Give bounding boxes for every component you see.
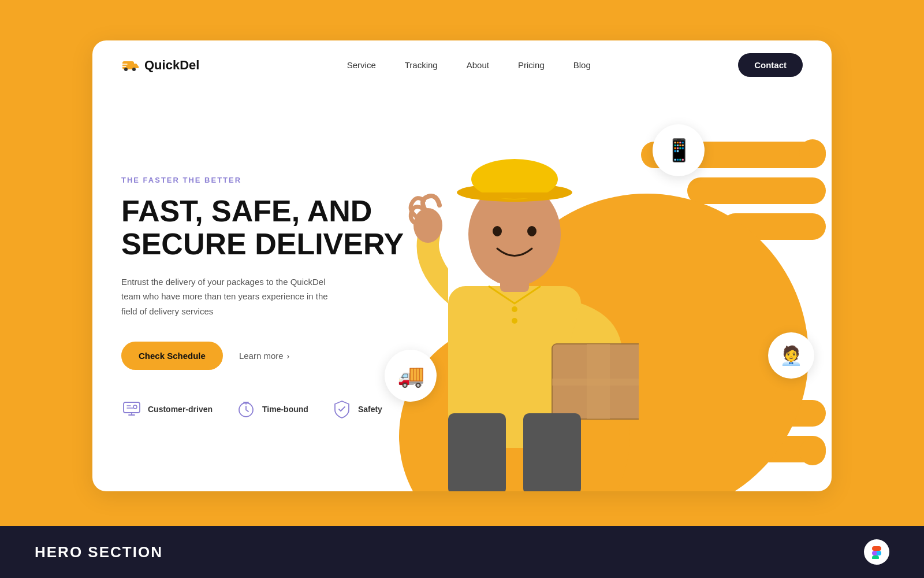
bottom-bar: HERO SECTION — [0, 526, 924, 578]
features-row: Customer-driven Time-bound — [121, 399, 462, 420]
svg-point-13 — [527, 226, 536, 236]
float-card-courier: 🧑‍💼 — [768, 332, 814, 379]
shield-icon — [331, 399, 352, 420]
svg-point-24 — [877, 551, 881, 555]
feature-customer-driven-label: Customer-driven — [148, 405, 213, 414]
svg-point-20 — [512, 306, 517, 312]
nav-item-tracking[interactable]: Tracking — [405, 60, 438, 71]
feature-safety: Safety — [331, 399, 382, 420]
contact-button[interactable]: Contact — [738, 53, 803, 77]
svg-point-1 — [124, 68, 128, 71]
feature-time-bound: Time-bound — [236, 399, 308, 420]
clock-icon — [236, 399, 256, 420]
hero-left: THE FASTER THE BETTER FAST, SAFE, AND SE… — [121, 164, 462, 420]
svg-rect-22 — [448, 413, 506, 491]
figma-icon — [864, 539, 889, 565]
logo-text: QuickDel — [144, 58, 199, 73]
feature-time-bound-label: Time-bound — [262, 405, 308, 414]
monitor-icon — [121, 399, 142, 420]
logo-icon — [121, 59, 140, 72]
courier-icon: 🧑‍💼 — [780, 344, 803, 366]
learn-more-arrow: › — [287, 351, 290, 361]
svg-rect-23 — [523, 413, 581, 491]
feature-customer-driven: Customer-driven — [121, 399, 213, 420]
learn-more-text: Learn more — [239, 351, 284, 361]
phone-app-icon: 📱 — [665, 138, 692, 163]
hero-title-line1: FAST, SAFE, AND — [121, 194, 372, 228]
main-card: QuickDel Service Tracking About Pricing … — [92, 40, 832, 491]
nav-item-about[interactable]: About — [467, 60, 489, 71]
svg-rect-3 — [124, 402, 140, 413]
cta-row: Check Schedule Learn more › — [121, 342, 462, 370]
hero-title: FAST, SAFE, AND SECURE DELIVERY — [121, 195, 422, 261]
nav-item-blog[interactable]: Blog — [573, 60, 591, 71]
outer-background: QuickDel Service Tracking About Pricing … — [0, 0, 924, 526]
nav-item-service[interactable]: Service — [347, 60, 376, 71]
hero-description: Entrust the delivery of your packages to… — [121, 275, 341, 319]
bottom-bar-title: HERO SECTION — [35, 543, 163, 561]
hero-tagline: THE FASTER THE BETTER — [121, 176, 462, 184]
check-schedule-button[interactable]: Check Schedule — [121, 342, 223, 370]
float-card-phone: 📱 — [653, 124, 705, 176]
hero-title-line2: SECURE DELIVERY — [121, 227, 404, 261]
svg-point-21 — [512, 318, 517, 324]
logo[interactable]: QuickDel — [121, 58, 199, 73]
svg-rect-0 — [122, 61, 134, 69]
feature-safety-label: Safety — [358, 405, 382, 414]
nav-links: Service Tracking About Pricing Blog — [347, 60, 591, 71]
svg-point-12 — [493, 226, 502, 236]
nav-item-pricing[interactable]: Pricing — [518, 60, 545, 71]
svg-rect-19 — [552, 379, 639, 386]
svg-point-4 — [133, 405, 137, 409]
hero-content: THE FASTER THE BETTER FAST, SAFE, AND SE… — [92, 90, 832, 491]
navbar: QuickDel Service Tracking About Pricing … — [92, 40, 832, 90]
learn-more-link[interactable]: Learn more › — [239, 351, 289, 361]
svg-point-2 — [132, 68, 136, 71]
